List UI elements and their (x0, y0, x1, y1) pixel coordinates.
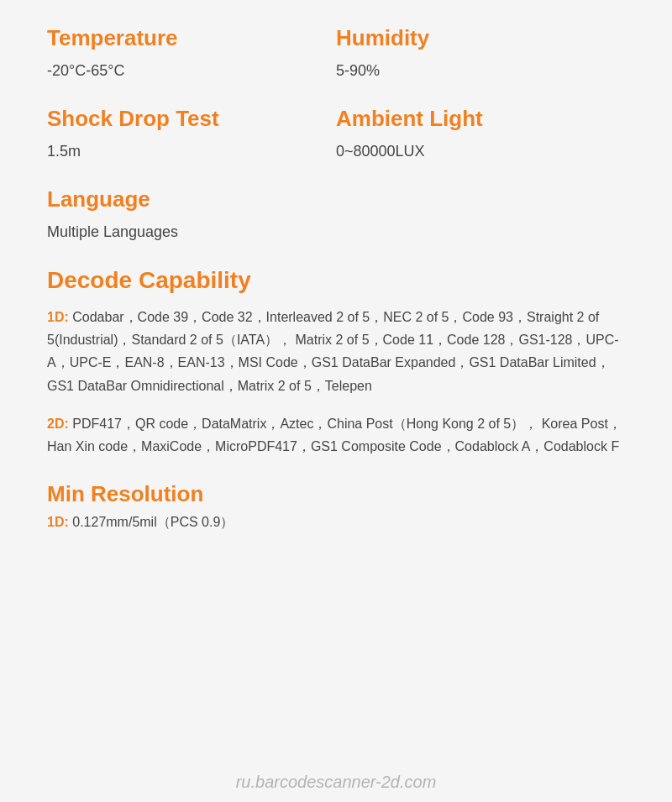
shock-drop-section: Shock Drop Test 1.5m (47, 106, 336, 163)
ambient-light-value: 0~80000LUX (336, 140, 625, 163)
temperature-title: Temperature (47, 25, 336, 51)
min-resolution-title: Min Resolution (47, 481, 625, 507)
decode-1d-label: 1D: (47, 310, 69, 324)
decode-1d-value: Codabar，Code 39，Code 32，Interleaved 2 of… (47, 310, 619, 393)
language-value: Multiple Languages (47, 221, 625, 244)
ambient-light-title: Ambient Light (336, 106, 625, 132)
shock-drop-value: 1.5m (47, 140, 336, 163)
decode-capability-section: Decode Capability 1D: Codabar，Code 39，Co… (47, 267, 625, 458)
language-section: Language Multiple Languages (47, 186, 625, 244)
decode-1d-row: 1D: Codabar，Code 39，Code 32，Interleaved … (47, 306, 625, 397)
ambient-light-section: Ambient Light 0~80000LUX (336, 106, 625, 163)
temp-humidity-row: Temperature -20°C-65°C Humidity 5-90% (47, 25, 625, 82)
shock-drop-title: Shock Drop Test (47, 106, 336, 132)
humidity-value: 5-90% (336, 60, 625, 82)
min-resolution-section: Min Resolution 1D: 0.127mm/5mil（PCS 0.9） (47, 481, 625, 532)
humidity-title: Humidity (336, 25, 625, 51)
min-res-1d-label: 1D: (47, 515, 69, 529)
language-title: Language (47, 186, 625, 212)
decode-2d-value: PDF417，QR code，DataMatrix，Aztec，China Po… (47, 417, 622, 453)
humidity-section: Humidity 5-90% (336, 25, 625, 82)
temperature-section: Temperature -20°C-65°C (47, 25, 336, 82)
decode-2d-label: 2D: (47, 417, 69, 431)
min-res-1d-value: 0.127mm/5mil（PCS 0.9） (72, 515, 234, 529)
watermark: ru.barcodescanner-2d.com (0, 773, 672, 792)
main-container: Temperature -20°C-65°C Humidity 5-90% Sh… (0, 0, 672, 582)
temperature-value: -20°C-65°C (47, 60, 336, 82)
decode-capability-title: Decode Capability (47, 267, 625, 294)
shock-ambient-row: Shock Drop Test 1.5m Ambient Light 0~800… (47, 106, 625, 163)
decode-2d-row: 2D: PDF417，QR code，DataMatrix，Aztec，Chin… (47, 412, 625, 458)
min-resolution-1d-row: 1D: 0.127mm/5mil（PCS 0.9） (47, 514, 625, 532)
